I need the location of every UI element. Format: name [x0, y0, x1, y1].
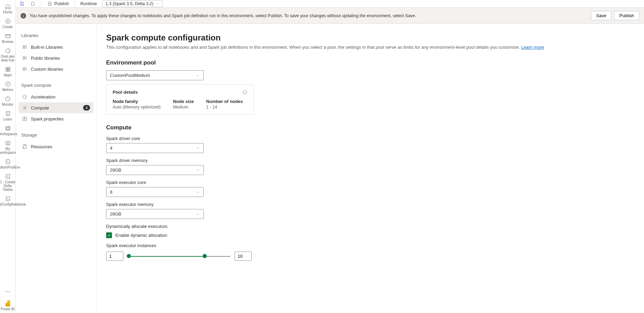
dynamic-allocation-checkbox[interactable]	[106, 232, 112, 238]
rail-metrics-label: Metrics	[2, 88, 13, 92]
rail-home[interactable]: Home	[0, 1, 16, 16]
discard-icon-button[interactable]	[30, 1, 36, 7]
dynamic-allocation-label: Dynamically allocate executors	[106, 224, 634, 229]
rail-apps[interactable]: Apps	[0, 64, 16, 79]
executor-memory-select[interactable]: 28GB	[106, 209, 204, 219]
rail-recent-2-label: 1 - Create Delta Tables	[0, 180, 16, 192]
svg-point-13	[7, 142, 8, 143]
executor-core-select[interactable]: 8	[106, 187, 204, 197]
sidebar-label: Acceleration	[31, 94, 56, 100]
chevron-down-icon	[196, 146, 200, 150]
left-nav-rail: Home Create Browse OneLake data hub Apps…	[0, 0, 16, 313]
sidebar-label: Resources	[31, 144, 52, 149]
runtime-label: Runtime	[80, 1, 97, 6]
sidebar-item-spark-properties[interactable]: Spark properties	[19, 113, 93, 124]
rail-monitor-label: Monitor	[2, 103, 13, 106]
runtime-dropdown[interactable]: 1.3 (Spark 3.5, Delta 3.2)	[102, 0, 163, 7]
sidebar-label: Public libraries	[31, 56, 60, 61]
rail-home-label: Home	[3, 10, 12, 14]
executor-instances-min-input[interactable]	[106, 252, 123, 261]
svg-rect-11	[7, 127, 9, 129]
environment-pool-select[interactable]: CustomPoolMedium	[106, 70, 204, 80]
rail-learn[interactable]: Learn	[0, 108, 16, 123]
driver-memory-label: Spark driver memory	[106, 158, 634, 163]
pool-node-family-value: Auto (Memory optimized)	[113, 105, 161, 109]
rail-onelake-label: OneLake data hub	[0, 55, 16, 62]
rail-browse[interactable]: Browse	[0, 31, 16, 46]
rail-browse-label: Browse	[2, 40, 13, 44]
svg-rect-15	[6, 174, 10, 178]
page-title: Spark compute configuration	[106, 33, 634, 43]
publish-toolbar-button[interactable]: Publish	[47, 1, 69, 7]
save-icon-button[interactable]	[19, 1, 25, 7]
rail-more[interactable]: ⋯	[5, 285, 11, 298]
sidebar-item-custom-libraries[interactable]: Custom libraries	[19, 63, 93, 74]
unpublished-notice: i You have unpublished changes. To apply…	[16, 8, 644, 24]
chevron-down-icon	[156, 2, 160, 6]
info-icon: i	[21, 13, 26, 19]
rail-onelake[interactable]: OneLake data hub	[0, 46, 16, 64]
runtime-value: 1.3 (Spark 3.5, Delta 3.2)	[105, 1, 154, 6]
driver-core-label: Spark driver core	[106, 136, 634, 141]
rail-powerbi-label: Power BI	[1, 307, 15, 311]
main-content: Spark compute configuration This configu…	[97, 24, 644, 313]
rail-my-workspace-label: My workspace	[0, 147, 16, 154]
rail-workspaces[interactable]: Workspaces	[0, 123, 16, 138]
rail-recent-3[interactable]: OptimalConfigNotebook	[0, 194, 16, 208]
executor-memory-value: 28GB	[110, 211, 121, 217]
info-icon[interactable]	[242, 90, 247, 95]
sidebar-group-libraries: Libraries	[19, 31, 93, 42]
publish-button[interactable]: Publish	[614, 11, 639, 20]
settings-sidebar: Libraries Built-in Libraries Public libr…	[16, 24, 97, 313]
sidebar-item-public-libraries[interactable]: Public libraries	[19, 53, 93, 63]
page-description: This configuration applies to all notebo…	[106, 45, 634, 50]
pool-num-nodes-value: 1 - 14	[206, 105, 243, 109]
pool-node-size-label: Node size	[173, 99, 194, 104]
chevron-down-icon	[196, 73, 200, 78]
rail-learn-label: Learn	[3, 117, 12, 121]
executor-instances-slider[interactable]	[127, 255, 230, 257]
notice-text: You have unpublished changes. To apply t…	[30, 13, 588, 18]
rail-create[interactable]: Create	[0, 16, 16, 31]
rail-recent-2[interactable]: 1 - Create Delta Tables	[0, 171, 16, 194]
save-button[interactable]: Save	[591, 11, 612, 20]
svg-rect-5	[6, 70, 8, 71]
learn-more-link[interactable]: Learn more	[521, 45, 544, 50]
rail-recent-1[interactable]: MediumPoolEnv	[0, 156, 16, 171]
svg-rect-14	[6, 160, 10, 164]
slider-thumb-min[interactable]	[127, 254, 131, 258]
compute-heading: Compute	[106, 124, 634, 131]
rail-apps-label: Apps	[4, 73, 12, 77]
rail-my-workspace[interactable]: My workspace	[0, 138, 16, 156]
svg-point-7	[5, 82, 10, 86]
rail-powerbi[interactable]: Power BI	[0, 298, 16, 313]
top-toolbar: Publish Runtime 1.3 (Spark 3.5, Delta 3.…	[16, 0, 644, 8]
svg-rect-12	[6, 141, 10, 145]
executor-memory-label: Spark executor memory	[106, 202, 634, 207]
svg-rect-4	[8, 67, 10, 69]
executor-instances-max-input[interactable]	[235, 252, 252, 261]
pool-node-size-value: Medium	[173, 105, 194, 109]
pool-details-card: Pool details Node familyAuto (Memory opt…	[106, 84, 254, 115]
powerbi-icon	[5, 300, 10, 306]
rail-metrics[interactable]: Metrics	[0, 79, 16, 94]
sidebar-group-spark-compute: Spark compute	[19, 81, 93, 91]
svg-rect-16	[6, 197, 10, 201]
page-description-text: This configuration applies to all notebo…	[106, 45, 521, 50]
chevron-down-icon	[196, 212, 200, 216]
rail-monitor[interactable]: Monitor	[0, 94, 16, 108]
rail-workspaces-label: Workspaces	[0, 132, 17, 136]
svg-rect-6	[8, 70, 10, 71]
slider-thumb-max[interactable]	[203, 254, 207, 258]
sidebar-item-acceleration[interactable]: Acceleration	[19, 91, 93, 102]
svg-rect-1	[5, 35, 10, 38]
sidebar-item-resources[interactable]: Resources	[19, 141, 93, 152]
sidebar-item-builtin-libraries[interactable]: Built-in Libraries	[19, 42, 93, 53]
driver-memory-value: 28GB	[110, 167, 121, 173]
chevron-down-icon	[196, 168, 200, 172]
sidebar-item-compute[interactable]: Compute4	[19, 102, 93, 113]
environment-pool-value: CustomPoolMedium	[110, 73, 150, 78]
driver-memory-select[interactable]: 28GB	[106, 165, 204, 175]
driver-core-select[interactable]: 4	[106, 143, 204, 153]
dynamic-allocation-check-label: Enable dynamic allocation	[115, 233, 167, 238]
